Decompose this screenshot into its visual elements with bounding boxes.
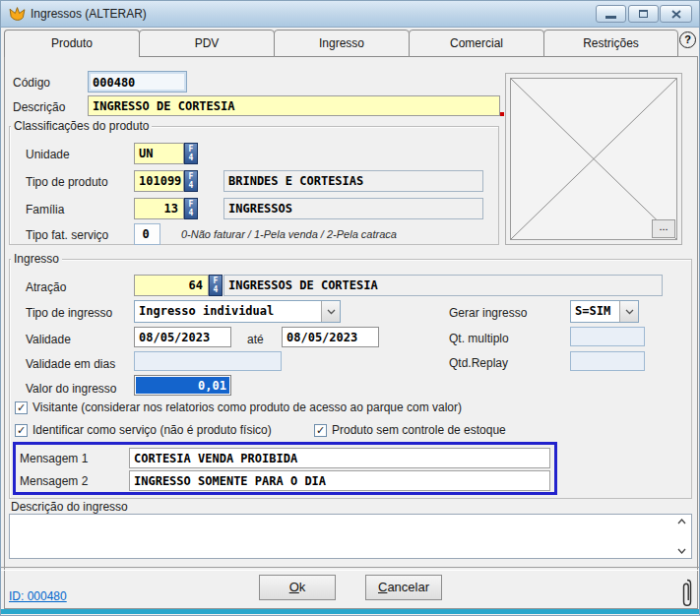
browse-image-button[interactable]: ...: [652, 219, 675, 238]
f4-icon: F: [185, 145, 197, 154]
mensagens-section: Mensagem 1 CORTESIA VENDA PROIBIDA Mensa…: [13, 442, 557, 495]
ingresso-group-title: Ingresso: [11, 252, 62, 266]
descricao-ingresso-textarea[interactable]: [9, 514, 692, 559]
footer-divider: [1, 567, 700, 570]
tipo-produto-f4-lookup-button[interactable]: F 4: [184, 170, 198, 192]
visitante-checkbox-row[interactable]: ✓ Visitante (considerar nos relatorios c…: [15, 400, 462, 414]
title-bar[interactable]: Ingressos (ALTERAR): [1, 1, 699, 28]
atracao-field[interactable]: 64: [134, 275, 209, 296]
f4-icon: F: [185, 172, 197, 181]
identificar-servico-checkbox-row[interactable]: ✓ Identificar como serviço (não é produt…: [15, 423, 272, 437]
chevron-down-icon[interactable]: [619, 301, 638, 322]
tipo-ingresso-label: Tipo de ingresso: [26, 306, 112, 320]
codigo-field[interactable]: 000480: [88, 71, 187, 92]
tab-produto[interactable]: Produto: [4, 30, 140, 57]
record-id-link[interactable]: ID: 000480: [9, 589, 67, 603]
atracao-f4-lookup-button[interactable]: F 4: [209, 275, 223, 296]
window-title: Ingressos (ALTERAR): [31, 7, 147, 21]
close-button[interactable]: [660, 5, 692, 23]
chevron-down-icon[interactable]: [321, 301, 340, 322]
valor-ingresso-value: 0,01: [136, 377, 229, 394]
gerar-ingresso-label: Gerar ingresso: [449, 306, 527, 320]
scroll-down-icon[interactable]: [676, 547, 687, 555]
codigo-label: Código: [13, 76, 50, 90]
descricao-ingresso-label: Descrição do ingresso: [11, 500, 128, 514]
valor-ingresso-label: Valor do ingresso: [26, 382, 117, 396]
mensagem1-field[interactable]: CORTESIA VENDA PROIBIDA: [129, 448, 550, 468]
descricao-label: Descrição: [13, 100, 65, 114]
checkbox-checked-icon[interactable]: ✓: [314, 424, 327, 437]
identificar-servico-checkbox-label: Identificar como serviço (não é produto …: [32, 423, 272, 437]
valor-ingresso-field[interactable]: 0,01: [134, 375, 231, 396]
tipo-produto-label: Tipo de produto: [26, 175, 108, 189]
tab-restricoes[interactable]: Restrições: [543, 30, 678, 57]
tipo-fat-servico-label: Tipo fat. serviço: [26, 228, 108, 242]
unidade-f4-lookup-button[interactable]: F 4: [184, 143, 198, 164]
familia-label: Família: [26, 203, 64, 216]
ate-label: até: [247, 333, 264, 346]
classificacoes-group-title: Classificações do produto: [11, 119, 152, 133]
required-marker: [500, 112, 504, 116]
validade-de-field[interactable]: 08/05/2023: [134, 327, 231, 347]
tab-pdv[interactable]: PDV: [139, 30, 275, 57]
f4-icon: F: [210, 277, 222, 285]
minimize-icon: [605, 16, 616, 19]
ok-button[interactable]: Ok: [259, 575, 336, 600]
checkbox-checked-icon[interactable]: ✓: [15, 424, 28, 437]
gerar-ingresso-select[interactable]: S=SIM: [570, 300, 639, 323]
maximize-icon: [639, 10, 648, 18]
app-icon: [9, 6, 26, 22]
validade-em-dias-label: Validade em dias: [26, 357, 115, 371]
tipo-fat-servico-hint: 0-Não faturar / 1-Pela venda / 2-Pela ca…: [181, 228, 397, 240]
scroll-up-icon[interactable]: [676, 518, 687, 525]
gerar-ingresso-value: S=SIM: [575, 304, 610, 318]
tipo-produto-desc-field: BRINDES E CORTESIAS: [223, 170, 483, 192]
ingressos-window: Ingressos (ALTERAR) Produto PDV Ingresso…: [0, 0, 700, 616]
familia-field[interactable]: 13: [134, 198, 184, 219]
familia-desc-field: INGRESSOS: [223, 198, 483, 219]
atracao-label: Atração: [26, 280, 66, 294]
minimize-button[interactable]: [596, 5, 626, 23]
unidade-label: Unidade: [26, 148, 70, 161]
atracao-desc-field: INGRESSOS DE CORTESIA: [223, 275, 663, 296]
paperclip-icon: [680, 578, 694, 608]
tipo-ingresso-select[interactable]: Ingresso individual: [134, 300, 341, 323]
close-icon: [671, 10, 681, 19]
sem-controle-estoque-checkbox-label: Produto sem controle de estoque: [332, 423, 506, 437]
unidade-field[interactable]: UN: [134, 143, 184, 164]
qt-multiplo-label: Qt. multiplo: [449, 332, 509, 345]
tipo-ingresso-value: Ingresso individual: [139, 304, 274, 318]
qtd-replay-field[interactable]: [570, 351, 645, 371]
mensagem2-label: Mensagem 2: [20, 474, 88, 488]
tipo-fat-servico-field[interactable]: 0: [134, 223, 160, 245]
tab-ingresso[interactable]: Ingresso: [274, 30, 410, 57]
sem-controle-estoque-checkbox-row[interactable]: ✓ Produto sem controle de estoque: [314, 423, 506, 437]
mensagem2-field[interactable]: INGRESSO SOMENTE PARA O DIA: [129, 470, 550, 491]
window-bottom-border: [1, 609, 700, 614]
qtd-replay-label: Qtd.Replay: [449, 356, 508, 370]
cancel-button[interactable]: Cancelar: [365, 575, 442, 600]
validade-label: Validade: [26, 333, 71, 346]
validade-em-dias-field[interactable]: [134, 351, 282, 371]
f4-icon: F: [185, 200, 197, 209]
checkbox-checked-icon[interactable]: ✓: [15, 401, 28, 414]
visitante-checkbox-label: Visitante (considerar nos relatorios com…: [32, 400, 462, 414]
tab-comercial[interactable]: Comercial: [409, 30, 544, 57]
image-placeholder: ...: [510, 78, 677, 240]
help-icon[interactable]: ?: [679, 31, 696, 48]
mensagem1-label: Mensagem 1: [20, 452, 88, 465]
qt-multiplo-field[interactable]: [570, 327, 645, 346]
product-image-box: ...: [505, 73, 682, 245]
familia-f4-lookup-button[interactable]: F 4: [184, 198, 198, 219]
tipo-produto-field[interactable]: 101099: [134, 170, 184, 192]
validade-ate-field[interactable]: 08/05/2023: [282, 327, 379, 347]
maximize-button[interactable]: [628, 5, 659, 23]
descricao-field[interactable]: INGRESSO DE CORTESIA: [88, 95, 500, 116]
